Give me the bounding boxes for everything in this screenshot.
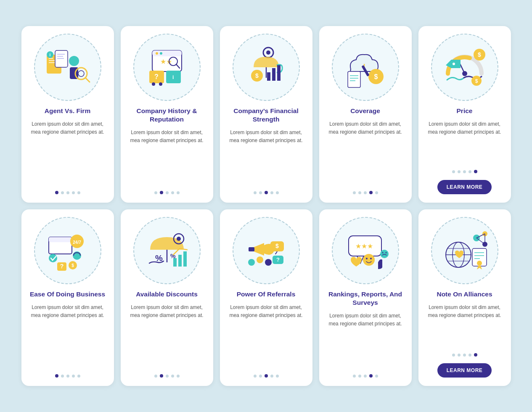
dot [265, 191, 268, 194]
svg-rect-35 [277, 65, 281, 81]
card-title-rankings: Rankings, Reports, And Surveys [326, 290, 405, 307]
card-discounts: % % Available Discounts Lorem ipsum dolo… [121, 209, 213, 386]
dots-financial [254, 191, 279, 194]
dot [353, 191, 356, 194]
svg-point-27 [159, 82, 162, 86]
card-title-price: Price [457, 107, 473, 115]
svg-point-70 [248, 259, 255, 266]
card-title-referrals: Power Of Referrals [237, 290, 296, 298]
icon-area-history: ★★ ? i [133, 34, 201, 101]
dot [468, 170, 471, 173]
dot [55, 191, 58, 194]
dot [270, 375, 273, 378]
svg-text:$: $ [255, 72, 259, 79]
dots-history [154, 191, 180, 194]
card-body-financial: Lorem ipsum dolor sit dim amet, mea regi… [227, 129, 306, 184]
card-agent-vs-firm: i Agent Vs. Firm Lorem ipsum dolor sit d… [21, 26, 114, 203]
price-icon: $ $ [439, 42, 490, 92]
card-referrals: $ ? Power Of Referrals Lorem ipsum dolor… [220, 209, 312, 386]
dots-coverage [353, 191, 378, 194]
card-financial-strength: $ Company's Financial Strength Lorem ips… [220, 26, 312, 203]
svg-text:?: ? [154, 73, 159, 80]
dot [265, 374, 268, 378]
dot [154, 375, 157, 378]
svg-point-85 [385, 252, 386, 254]
dot [369, 374, 373, 378]
dot [72, 191, 75, 194]
card-title-discounts: Available Discounts [136, 290, 198, 298]
dot [66, 375, 69, 378]
card-title-agent: Agent Vs. Firm [45, 107, 90, 115]
dot [474, 353, 477, 357]
dot [353, 375, 356, 378]
card-title-alliances: Note On Alliances [437, 290, 492, 298]
card-alliances: Note On Alliances Lorem ipsum dolor sit … [418, 209, 511, 386]
dot [254, 375, 257, 378]
icon-area-agent: i [34, 34, 101, 101]
alliances-icon [439, 225, 490, 276]
dot [276, 375, 279, 378]
card-ease-business: 24/7 $ ? Ease Of Doing Business Lorem ip… [21, 209, 114, 386]
dot [452, 354, 455, 357]
icon-area-discounts: % % [133, 217, 201, 284]
dot [166, 191, 169, 194]
coverage-icon: ! $ [340, 42, 391, 92]
card-body-history: Lorem ipsum dolor sit dim amet, mea regi… [127, 129, 206, 184]
icon-area-coverage: ! $ [332, 34, 399, 101]
dot [72, 375, 75, 378]
card-title-financial: Company's Financial Strength [227, 107, 306, 124]
svg-point-56 [49, 254, 57, 262]
dot [171, 375, 174, 378]
discounts-icon: % % [142, 225, 192, 276]
svg-rect-39 [348, 71, 360, 87]
svg-point-72 [265, 259, 272, 266]
svg-rect-69 [249, 247, 254, 251]
card-body-agent: Lorem ipsum dolor sit dim amet, mea regi… [28, 120, 107, 184]
svg-point-26 [152, 82, 155, 86]
dot [458, 354, 461, 357]
dot [463, 354, 466, 357]
card-rankings: ★★★ Rankings, Reports, And Surveys Lorem… [319, 209, 412, 386]
svg-text:$: $ [374, 73, 378, 80]
svg-rect-7 [57, 58, 64, 59]
icon-area-price: $ $ [431, 34, 498, 101]
dot [259, 375, 262, 378]
dot [452, 170, 455, 173]
dot [160, 374, 163, 378]
card-company-history: ★★ ? i Company History & Reputation Lore… [121, 26, 213, 203]
svg-text:i: i [172, 74, 174, 80]
svg-rect-34 [272, 68, 275, 81]
svg-point-81 [366, 258, 368, 259]
dot [270, 191, 273, 194]
svg-rect-33 [267, 72, 270, 81]
dot [77, 191, 80, 194]
dot [364, 375, 367, 378]
svg-point-68 [177, 237, 181, 241]
learn-more-button-price[interactable]: LEARN MORE [437, 180, 492, 194]
svg-rect-66 [183, 251, 187, 267]
svg-line-13 [85, 78, 90, 82]
dots-alliances [452, 353, 477, 357]
dot [55, 374, 58, 378]
card-body-discounts: Lorem ipsum dolor sit dim amet, mea regi… [127, 304, 206, 367]
svg-point-14 [78, 71, 84, 77]
learn-more-button-alliances[interactable]: LEARN MORE [437, 363, 492, 378]
financial-icon: $ [241, 42, 291, 92]
ease-icon: 24/7 $ ? [42, 225, 93, 276]
dot [66, 191, 69, 194]
dot [369, 191, 373, 194]
svg-point-71 [257, 256, 263, 263]
dot [254, 191, 257, 194]
dots-agent [55, 191, 80, 194]
dots-rankings [353, 374, 378, 378]
svg-point-18 [160, 52, 162, 55]
card-body-coverage: Lorem ipsum dolor sit dim amet, mea regi… [326, 120, 405, 184]
dot [154, 191, 157, 194]
svg-point-82 [370, 258, 372, 259]
history-icon: ★★ ? i [142, 42, 192, 92]
svg-point-83 [380, 250, 389, 258]
svg-text:?: ? [276, 256, 280, 263]
agent-icon: i [42, 42, 93, 92]
dot [364, 191, 367, 194]
dot [160, 191, 163, 194]
